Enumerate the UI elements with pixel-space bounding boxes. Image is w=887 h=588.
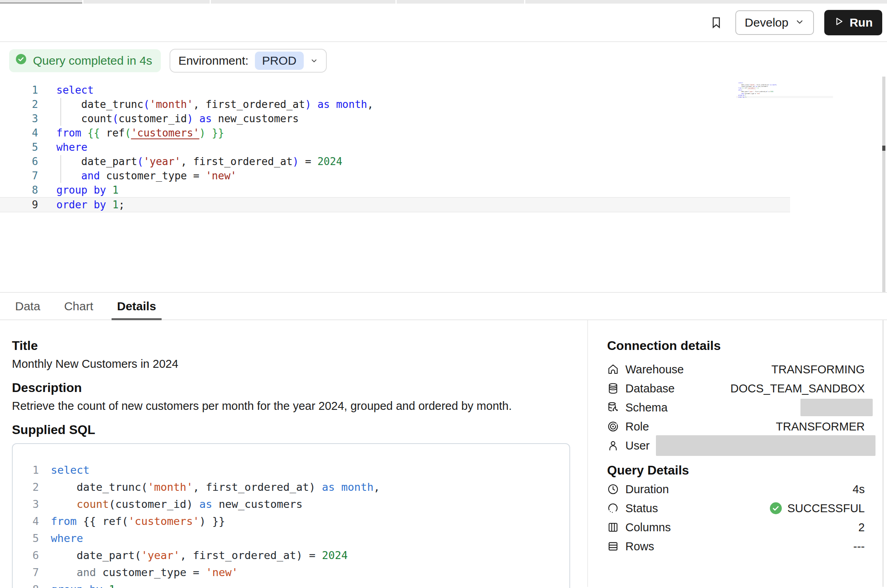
panel-row-schema: Schema (607, 398, 865, 417)
user-icon (607, 440, 619, 452)
code-line: 8group by 1 (0, 183, 790, 197)
line-number: 4 (0, 126, 38, 140)
line-number: 3 (0, 111, 38, 126)
line-number: 7 (0, 169, 38, 183)
develop-label: Develop (745, 16, 789, 29)
environment-label: Environment: (178, 54, 249, 67)
tab-strip-segment[interactable] (211, 0, 395, 4)
editor-scrollbar-track[interactable] (882, 77, 885, 292)
line-number: 7 (29, 564, 39, 581)
run-label: Run (850, 16, 873, 29)
tab-strip-segment[interactable] (525, 0, 887, 4)
editor-scrollbar-thumb[interactable] (882, 146, 885, 151)
header-toolbar: Develop Run (0, 4, 887, 42)
schema-icon (607, 402, 619, 413)
details-content: Title Monthly New Customers in 2024 Desc… (0, 320, 587, 587)
line-number: 1 (29, 461, 39, 478)
code-line: 1select (0, 83, 790, 97)
environment-selector[interactable]: Environment: PROD (170, 49, 326, 73)
status-label: Status (625, 502, 658, 515)
code-line: 4from {{ ref('customers') }} (0, 126, 790, 140)
line-number: 2 (29, 478, 39, 496)
status-row: Query completed in 4s Environment: PROD (0, 42, 887, 79)
supplied-sql-box: 1select2 date_trunc('month', first_order… (12, 443, 570, 588)
check-circle-icon (769, 502, 783, 515)
panel-row-role: RoleTRANSFORMER (607, 417, 865, 436)
code-line: 8group by 1 (29, 581, 569, 588)
code-line: 7 and customer_type = 'new' (29, 564, 569, 581)
code-line: 6 date_part('year', first_ordered_at) = … (29, 547, 569, 564)
line-number: 8 (0, 183, 38, 197)
code-line: 5where (0, 140, 790, 154)
query-details-heading: Query Details (607, 462, 865, 478)
panel-row-status: StatusSUCCESSFUL (607, 499, 865, 518)
rows-icon (607, 540, 619, 552)
clock-icon (607, 483, 619, 495)
run-button[interactable]: Run (824, 10, 882, 35)
user-redacted-value (656, 435, 875, 456)
details-scrollbar-track[interactable] (883, 320, 883, 587)
code-line: 3 count(customer_id) as new_customers (0, 111, 790, 126)
play-icon (834, 16, 844, 29)
connection-rows: WarehouseTRANSFORMINGDatabaseDOCS_TEAM_S… (607, 360, 865, 455)
description-heading: Description (12, 380, 575, 396)
check-circle-icon (15, 53, 27, 68)
schema-redacted-value (800, 399, 873, 416)
code-line: 3 count(customer_id) as new_customers (29, 496, 569, 513)
tab-details[interactable]: Details (114, 293, 159, 319)
panel-row-database: DatabaseDOCS_TEAM_SANDBOX (607, 379, 865, 398)
indent-guide (60, 155, 61, 183)
bookmark-icon[interactable] (708, 14, 725, 31)
database-label: Database (625, 382, 675, 395)
line-number: 2 (0, 97, 38, 111)
role-label: Role (625, 420, 649, 433)
code-line: 7 and customer_type = 'new' (0, 169, 790, 183)
warehouse-icon (607, 363, 619, 375)
line-number: 1 (0, 83, 38, 97)
user-label: User (625, 439, 650, 452)
loader-icon (607, 502, 619, 514)
description-value: Retrieve the count of new customers per … (12, 399, 575, 413)
database-value: DOCS_TEAM_SANDBOX (731, 382, 865, 395)
develop-dropdown-button[interactable]: Develop (735, 10, 814, 35)
browser-tab-strip (0, 0, 887, 4)
line-number: 9 (0, 198, 38, 212)
line-number: 6 (29, 547, 39, 564)
rows-value: --- (853, 540, 865, 553)
line-number: 5 (29, 530, 39, 547)
columns-icon (607, 521, 619, 533)
results-tabbar: DataChartDetails (0, 292, 887, 320)
connection-panel: Connection details WarehouseTRANSFORMING… (587, 320, 887, 587)
code-line: 2 date_trunc('month', first_ordered_at) … (29, 478, 569, 496)
code-line: 1select (29, 461, 569, 478)
code-line: 9order by 1; (0, 197, 790, 212)
tab-chart[interactable]: Chart (61, 293, 96, 319)
duration-label: Duration (625, 483, 669, 496)
panel-row-columns: Columns2 (607, 518, 865, 537)
status-value: SUCCESSFUL (769, 502, 865, 515)
chevron-down-icon (310, 54, 318, 67)
title-heading: Title (12, 338, 575, 354)
line-number: 3 (29, 496, 39, 513)
code-line: 2 date_trunc('month', first_ordered_at) … (0, 97, 790, 111)
supplied-sql-code: 1select2 date_trunc('month', first_order… (29, 461, 569, 588)
panel-row-rows: Rows--- (607, 537, 865, 556)
role-icon (607, 421, 619, 432)
tab-data[interactable]: Data (12, 293, 43, 319)
code-line: 6 date_part('year', first_ordered_at) = … (0, 154, 790, 169)
panel-row-warehouse: WarehouseTRANSFORMING (607, 360, 865, 379)
line-number: 4 (29, 513, 39, 530)
editor-minimap[interactable]: select date_trunc('month', first_ordered… (736, 82, 835, 106)
panel-row-duration: Duration4s (607, 480, 865, 499)
tab-strip-segment[interactable] (397, 0, 524, 4)
role-value: TRANSFORMER (776, 420, 865, 433)
title-value: Monthly New Customers in 2024 (12, 357, 575, 371)
tab-strip-segment[interactable] (83, 0, 210, 4)
sql-editor[interactable]: 1select2 date_trunc('month', first_order… (0, 79, 887, 292)
tab-strip-segment[interactable] (0, 0, 82, 4)
query-status-text: Query completed in 4s (33, 54, 152, 67)
query-details-rows: Duration4sStatusSUCCESSFULColumns2Rows--… (607, 480, 865, 556)
code-line: 4from {{ ref('customers') }} (29, 513, 569, 530)
line-number: 6 (0, 154, 38, 169)
columns-label: Columns (625, 521, 671, 534)
